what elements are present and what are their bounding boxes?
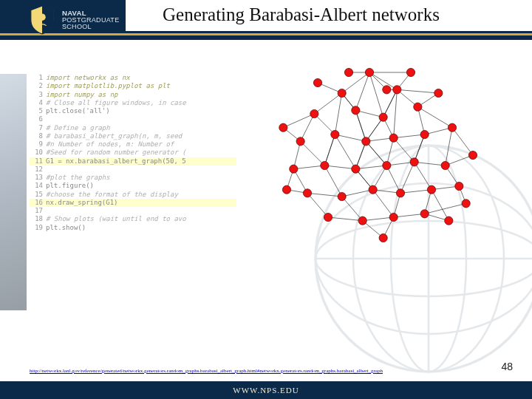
code-line: 4# Close all figure windows, in case xyxy=(30,99,236,107)
code-text: import numpy as np xyxy=(46,91,118,99)
line-number: 5 xyxy=(30,107,46,115)
graph-node xyxy=(441,161,449,169)
code-line: 7# Define a graph xyxy=(30,124,236,132)
graph-node xyxy=(396,189,404,197)
code-line: 17 xyxy=(30,207,236,215)
graph-edge xyxy=(355,166,386,169)
graph-node xyxy=(383,161,391,169)
line-number: 18 xyxy=(30,215,46,223)
graph-node xyxy=(410,158,418,166)
graph-edge xyxy=(432,190,449,221)
graph-edge xyxy=(293,166,324,169)
graph-node xyxy=(324,213,332,221)
footer-url: WWW.NPS.EDU xyxy=(233,386,299,395)
graph-node xyxy=(365,68,373,76)
code-text: # Close all figure windows, in case xyxy=(46,99,186,107)
graph-node xyxy=(389,134,398,142)
code-line: 11G1 = nx.barabasi_albert_graph(50, 5 xyxy=(30,157,236,166)
graph-edge xyxy=(324,134,335,166)
code-text: #Seed for random number generator ( xyxy=(46,149,186,157)
network-graph xyxy=(236,74,502,332)
code-line: 16nx.draw_spring(G1) xyxy=(30,199,236,207)
graph-edge xyxy=(335,134,355,169)
code-text: import networkx as nx xyxy=(46,74,130,82)
slide-content: 1import networkx as nx2import matplotlib… xyxy=(30,74,502,332)
graph-node xyxy=(379,113,387,121)
code-line: 15#choose the format of the display xyxy=(30,191,236,199)
code-text: G1 = nx.barabasi_albert_graph(50, 5 xyxy=(46,157,186,166)
graph-edge xyxy=(425,203,466,214)
nps-shield-icon xyxy=(28,4,56,35)
code-line: 1import networkx as nx xyxy=(30,74,236,82)
line-number: 6 xyxy=(30,115,46,123)
line-number: 9 xyxy=(30,140,46,149)
graph-edge xyxy=(335,134,366,141)
graph-node xyxy=(358,216,366,225)
code-text: nx.draw_spring(G1) xyxy=(46,199,118,207)
graph-node xyxy=(296,137,304,146)
page-number: 48 xyxy=(501,361,513,372)
graph-edge xyxy=(324,166,355,169)
code-line: 2import matplotlib.pyplot as plt xyxy=(30,82,236,90)
graph-edge xyxy=(314,93,341,114)
code-line: 3import numpy as np xyxy=(30,91,236,99)
graph-node xyxy=(420,130,429,138)
line-number: 4 xyxy=(30,99,46,107)
graph-edge xyxy=(335,93,341,134)
graph-node xyxy=(420,210,429,218)
code-line: 8# barabasi_albert_graph(n, m, seed xyxy=(30,132,236,140)
reference-link[interactable]: http://networkx.lanl.gov/reference/gener… xyxy=(30,368,383,374)
slide-footer: WWW.NPS.EDU xyxy=(0,381,532,399)
graph-edge xyxy=(397,89,438,93)
graph-node xyxy=(362,137,370,146)
code-line: 9#n Number of nodes, m: Number of xyxy=(30,140,236,149)
graph-edge xyxy=(394,134,425,138)
graph-node xyxy=(338,192,346,200)
graph-node xyxy=(434,89,443,97)
graph-edge xyxy=(400,162,415,193)
graph-node xyxy=(383,86,391,94)
line-number: 14 xyxy=(30,182,46,190)
line-number: 19 xyxy=(30,224,46,232)
graph-node xyxy=(427,185,435,194)
graph-edge xyxy=(301,114,315,141)
graph-node xyxy=(352,165,360,173)
code-text: import matplotlib.pyplot as plt xyxy=(46,82,170,90)
code-text: plt.show() xyxy=(46,224,86,232)
graph-edge xyxy=(307,193,342,197)
graph-node xyxy=(448,123,456,132)
graph-node xyxy=(290,165,298,173)
graph-node xyxy=(393,86,401,94)
graph-node xyxy=(282,185,290,194)
graph-edge xyxy=(446,128,452,166)
graph-node xyxy=(379,233,387,242)
slide-header: NAVAL POSTGRADUATE SCHOOL Generating Bar… xyxy=(0,0,532,40)
graph-edge xyxy=(394,138,415,163)
graph-node xyxy=(313,78,321,86)
code-line: 10#Seed for random number generator ( xyxy=(30,149,236,157)
line-number: 10 xyxy=(30,149,46,157)
graph-edge xyxy=(355,72,369,110)
code-line: 5plt.close('all') xyxy=(30,107,236,115)
code-text: # Show plots (wait until end to avo xyxy=(46,215,186,223)
graph-edge xyxy=(373,190,394,217)
graph-edge xyxy=(366,117,383,142)
graph-node xyxy=(279,123,287,132)
graph-edge xyxy=(283,114,314,128)
graph-node xyxy=(338,89,346,97)
school-line3: SCHOOL xyxy=(62,24,119,30)
graph-node xyxy=(352,106,360,115)
slide-title: Generating Barabasi-Albert networks xyxy=(163,4,440,25)
code-line: 19plt.show() xyxy=(30,224,236,232)
graph-node xyxy=(331,130,339,138)
code-listing: 1import networkx as nx2import matplotlib… xyxy=(30,74,236,332)
graph-edge xyxy=(355,141,366,168)
code-text: #n Number of nodes, m: Number of xyxy=(46,140,174,149)
code-line: 12 xyxy=(30,166,236,174)
code-text: plt.close('all') xyxy=(46,107,110,115)
line-number: 7 xyxy=(30,124,46,132)
graph-edge xyxy=(355,110,366,141)
graph-edge xyxy=(415,162,446,166)
line-number: 11 xyxy=(30,157,46,166)
graph-edge xyxy=(342,190,373,197)
